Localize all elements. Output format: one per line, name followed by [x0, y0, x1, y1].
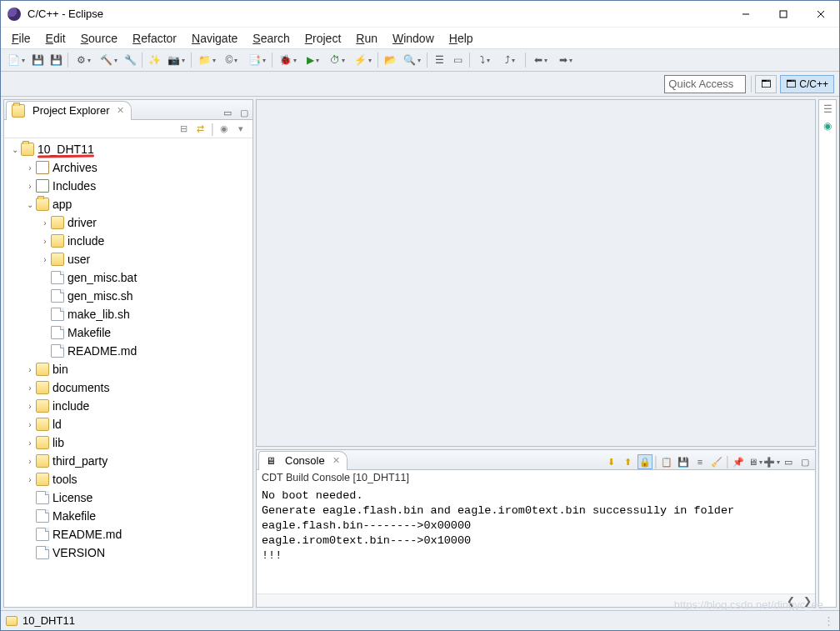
toggle-mark-button[interactable]: ☰	[431, 52, 448, 68]
twisty-icon[interactable]: ›	[24, 182, 36, 191]
scroll-lock-button[interactable]: 🔒	[638, 454, 652, 469]
menu-window[interactable]: Window	[385, 30, 442, 47]
block-select-button[interactable]: ▭	[449, 52, 466, 68]
outline-min-icon[interactable]: ☰	[823, 103, 832, 115]
copy-build-button[interactable]: 📋	[659, 454, 674, 469]
max-console-button[interactable]: ▢	[798, 454, 812, 469]
build-config-button[interactable]: 🔧	[122, 52, 138, 68]
focus-task-button[interactable]: ◉	[218, 123, 231, 136]
twisty-icon[interactable]: ›	[24, 457, 36, 466]
back-button[interactable]: ⬅▾	[529, 52, 552, 68]
tree-node[interactable]: Makefile	[4, 323, 252, 342]
clear-console-button[interactable]: 🧹	[709, 454, 724, 469]
twisty-icon[interactable]: ›	[24, 163, 36, 173]
twisty-icon[interactable]: ›	[39, 237, 51, 246]
menu-file[interactable]: File	[4, 30, 38, 47]
maximize-button[interactable]	[764, 1, 802, 28]
save-console-button[interactable]: 💾	[676, 454, 691, 469]
menu-project[interactable]: Project	[298, 30, 349, 47]
min-console-button[interactable]: ▭	[781, 454, 796, 469]
console-output[interactable]: No boot needed. Generate eagle.flash.bin…	[257, 487, 815, 593]
tree-node[interactable]: make_lib.sh	[4, 305, 252, 323]
tree-node[interactable]: README.md	[4, 342, 252, 360]
twisty-icon[interactable]: ›	[39, 218, 51, 228]
forward-button[interactable]: ➡▾	[554, 52, 578, 68]
menu-help[interactable]: Help	[442, 30, 481, 47]
tree-node[interactable]: ›user	[4, 250, 252, 268]
hammer-button[interactable]: 🔨▾	[97, 52, 120, 68]
new-class-button[interactable]: ©▾	[220, 52, 243, 68]
minimize-button[interactable]	[727, 1, 764, 28]
quick-access-input[interactable]: Quick Access	[664, 75, 746, 93]
profile-button[interactable]: ⏱▾	[326, 52, 349, 68]
new-folder-button[interactable]: 📁▾	[195, 52, 218, 68]
save-button[interactable]: 💾	[29, 52, 46, 68]
tree-node[interactable]: gen_misc.sh	[4, 287, 252, 305]
target-min-icon[interactable]: ◉	[823, 120, 832, 132]
tree-node[interactable]: ›documents	[4, 378, 252, 397]
menu-source[interactable]: Source	[73, 30, 125, 47]
close-icon[interactable]: ✕	[117, 105, 124, 116]
wand-button[interactable]: ✨	[146, 52, 162, 68]
twisty-icon[interactable]: ›	[39, 255, 51, 264]
twisty-icon[interactable]: ›	[24, 365, 36, 374]
tree-node[interactable]: gen_misc.bat	[4, 268, 252, 287]
menu-run[interactable]: Run	[348, 30, 385, 47]
close-button[interactable]	[802, 1, 839, 28]
maximize-view-button[interactable]: ▢	[238, 106, 251, 119]
tab-console[interactable]: 🖥 Console ✕	[258, 451, 348, 469]
new-source-button[interactable]: 📑▾	[245, 52, 268, 68]
view-menu-button[interactable]: ▾	[234, 123, 248, 136]
wrap-button[interactable]: ≡	[692, 454, 708, 469]
next-annotation-button[interactable]: ⤵▾	[473, 52, 497, 68]
prev-annotation-button[interactable]: ⤴▾	[498, 52, 522, 68]
tree-node[interactable]: License	[4, 488, 252, 507]
twisty-icon[interactable]: ›	[24, 383, 36, 393]
collapse-all-button[interactable]: ⊟	[178, 123, 191, 136]
tree-node[interactable]: ›lib	[4, 433, 252, 452]
twisty-icon[interactable]: ›	[24, 420, 36, 429]
debug-button[interactable]: 🐞▾	[276, 52, 299, 68]
open-perspective-button[interactable]: 🗔	[755, 75, 777, 93]
menu-search[interactable]: Search	[245, 30, 297, 47]
scroll-down-icon[interactable]: ⬇	[604, 454, 619, 469]
tree-node[interactable]: ›include	[4, 232, 252, 250]
tree-node[interactable]: ›third_party	[4, 452, 252, 470]
tree-node[interactable]: ›bin	[4, 360, 252, 378]
twisty-icon[interactable]: ›	[24, 475, 36, 484]
tree-node[interactable]: ›tools	[4, 470, 252, 488]
twisty-icon[interactable]: ⌄	[24, 200, 36, 209]
pin-console-button[interactable]: 📌	[731, 454, 746, 469]
twisty-icon[interactable]: ›	[24, 438, 36, 448]
run-button[interactable]: ▶▾	[301, 52, 324, 68]
tree-node[interactable]: Makefile	[4, 507, 252, 525]
open-type-button[interactable]: 📂	[382, 52, 398, 68]
perspective-cpp-button[interactable]: 🗔C/C++	[780, 75, 834, 93]
link-editor-button[interactable]: ⇄	[194, 123, 208, 136]
tree-node[interactable]: README.md	[4, 525, 252, 543]
tree-node[interactable]: VERSION	[4, 543, 252, 562]
minimize-view-button[interactable]: ▭	[221, 106, 234, 119]
tree-node[interactable]: ›driver	[4, 213, 252, 232]
save-all-button[interactable]: 💾	[48, 52, 64, 68]
search-button[interactable]: 🔍▾	[400, 52, 423, 68]
twisty-icon[interactable]: ›	[24, 402, 36, 411]
menu-refactor[interactable]: Refactor	[125, 30, 184, 47]
camera-button[interactable]: 📷▾	[164, 52, 188, 68]
new-button[interactable]: 📄▾	[4, 52, 28, 68]
tree-node[interactable]: ›ld	[4, 415, 252, 433]
tree-node[interactable]: ›include	[4, 397, 252, 415]
project-tree[interactable]: ⌄10_DHT11›Archives›Includes⌄app›driver›i…	[4, 138, 252, 607]
ext-tools-button[interactable]: ⚡▾	[351, 52, 374, 68]
tab-project-explorer[interactable]: Project Explorer ✕	[6, 101, 132, 119]
tree-node[interactable]: ⌄app	[4, 195, 252, 213]
build-button[interactable]: ⚙▾	[72, 52, 95, 68]
menu-edit[interactable]: Edit	[38, 30, 73, 47]
open-console-button[interactable]: ➕▾	[764, 454, 779, 469]
scroll-up-icon[interactable]: ⬆	[621, 454, 636, 469]
display-console-button[interactable]: 🖥▾	[748, 454, 762, 469]
tree-node[interactable]: ›Includes	[4, 177, 252, 195]
tree-node[interactable]: ›Archives	[4, 158, 252, 177]
tree-node[interactable]: ⌄10_DHT11	[4, 140, 252, 158]
menu-navigate[interactable]: Navigate	[184, 30, 245, 47]
